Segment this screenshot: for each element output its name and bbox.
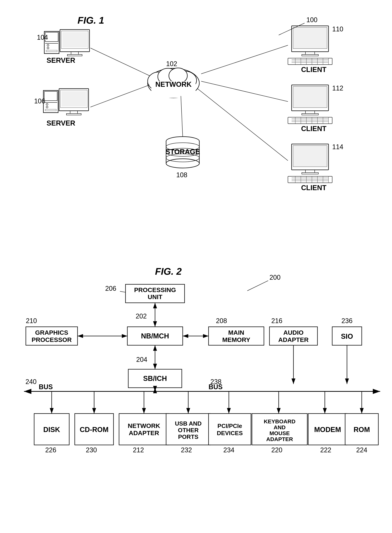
rom-label: ROM xyxy=(354,426,370,434)
svg-point-15 xyxy=(46,106,48,108)
fig2-title: FIG. 2 xyxy=(155,266,182,277)
svg-rect-5 xyxy=(46,50,57,52)
ref-112: 112 xyxy=(332,84,343,92)
ref-102: 102 xyxy=(166,60,177,68)
svg-rect-72 xyxy=(288,176,332,183)
svg-line-85 xyxy=(201,45,288,74)
keyboard-label: KEYBOARD xyxy=(264,418,295,425)
ref-206: 206 xyxy=(105,285,116,292)
ref-104: 104 xyxy=(37,34,48,41)
svg-point-4 xyxy=(47,47,49,49)
svg-rect-42 xyxy=(288,58,332,65)
svg-line-95 xyxy=(120,291,126,292)
svg-text:DEVICES: DEVICES xyxy=(217,430,243,436)
ref-238: 238 xyxy=(210,378,221,385)
client1-label: CLIENT xyxy=(301,66,326,74)
ref-212: 212 xyxy=(133,446,144,454)
ref-106: 106 xyxy=(34,97,45,105)
ref-234: 234 xyxy=(223,446,234,454)
ref-202: 202 xyxy=(136,312,147,320)
svg-rect-55 xyxy=(305,111,315,113)
fig2-container: FIG. 2 200 PROCESSING UNIT 206 xyxy=(15,262,377,533)
fig1-diagram: SERVER 104 SERVER 106 xyxy=(15,11,384,247)
svg-point-33 xyxy=(166,159,199,168)
ref-220: 220 xyxy=(271,446,282,454)
ref-210: 210 xyxy=(26,317,37,325)
svg-rect-57 xyxy=(288,117,332,124)
fig2-diagram: 200 PROCESSING UNIT 206 202 NB/MCH GRAPH… xyxy=(15,262,392,533)
svg-text:NETWORK: NETWORK xyxy=(155,80,192,88)
bus-label-left: BUS xyxy=(39,383,53,391)
fig1-container: FIG. 1 SERVER xyxy=(15,11,377,247)
nb-mch-label: NB/MCH xyxy=(141,332,169,340)
svg-text:ADAPTER: ADAPTER xyxy=(266,436,293,442)
svg-text:ADAPTER: ADAPTER xyxy=(278,336,308,343)
page: FIG. 1 SERVER xyxy=(0,0,392,533)
ref-100: 100 xyxy=(306,16,317,24)
svg-text:UNIT: UNIT xyxy=(148,293,162,300)
svg-text:PROCESSOR: PROCESSOR xyxy=(32,336,72,343)
svg-point-3 xyxy=(47,44,49,46)
client3-label: CLIENT xyxy=(301,184,326,192)
svg-rect-39 xyxy=(293,27,327,49)
svg-rect-40 xyxy=(305,52,315,55)
ref-222: 222 xyxy=(320,446,331,454)
svg-line-86 xyxy=(201,81,288,102)
ref-216: 216 xyxy=(271,317,282,325)
ref-236: 236 xyxy=(341,317,353,325)
ref-204: 204 xyxy=(136,356,147,363)
svg-rect-69 xyxy=(293,145,327,167)
usb-ports-label: USB AND xyxy=(175,420,202,427)
disk-label: DISK xyxy=(43,426,60,434)
svg-line-87 xyxy=(197,89,288,161)
ref-224: 224 xyxy=(356,446,367,454)
svg-rect-19 xyxy=(70,111,78,113)
svg-rect-10 xyxy=(62,32,87,47)
pci-label: PCI/PCIe xyxy=(217,423,242,429)
ref-230: 230 xyxy=(86,446,97,454)
svg-line-84 xyxy=(90,85,149,107)
svg-text:AND: AND xyxy=(274,424,286,430)
ref-240: 240 xyxy=(25,378,37,385)
svg-rect-12 xyxy=(44,91,57,101)
svg-rect-20 xyxy=(66,113,81,115)
svg-text:MEMORY: MEMORY xyxy=(222,336,250,343)
svg-rect-56 xyxy=(302,113,318,115)
svg-text:OTHER: OTHER xyxy=(178,427,199,434)
svg-text:ADAPTER: ADAPTER xyxy=(129,430,159,436)
network-adapter-label: NETWORK xyxy=(128,422,160,429)
ref-108: 108 xyxy=(176,171,187,179)
audio-adapter-label: AUDIO xyxy=(283,329,303,336)
ref-114: 114 xyxy=(332,143,343,151)
ref-226: 226 xyxy=(45,446,56,454)
processing-unit-label: PROCESSING xyxy=(134,286,176,293)
svg-rect-9 xyxy=(67,55,82,56)
svg-rect-8 xyxy=(71,52,79,55)
svg-rect-71 xyxy=(302,173,318,174)
client2-label: CLIENT xyxy=(301,125,326,133)
svg-rect-123 xyxy=(119,414,169,445)
server1-label: SERVER xyxy=(47,56,75,64)
svg-rect-16 xyxy=(45,109,56,111)
server2-label: SERVER xyxy=(47,119,75,127)
svg-text:MOUSE: MOUSE xyxy=(270,430,290,436)
ref-232: 232 xyxy=(181,446,192,454)
graphics-processor-label: GRAPHICS xyxy=(35,329,68,336)
svg-text:STORAGE: STORAGE xyxy=(165,148,200,156)
svg-line-88 xyxy=(181,96,183,137)
cd-rom-label: CD-ROM xyxy=(80,426,108,434)
svg-rect-128 xyxy=(209,414,251,445)
svg-rect-21 xyxy=(61,91,86,107)
modem-label: MODEM xyxy=(314,426,341,434)
ref-208: 208 xyxy=(216,317,227,325)
svg-rect-70 xyxy=(305,170,315,173)
svg-line-92 xyxy=(247,281,268,291)
svg-line-83 xyxy=(90,48,149,76)
sio-label: SIO xyxy=(341,332,353,340)
svg-point-14 xyxy=(46,103,48,105)
svg-rect-41 xyxy=(302,55,318,56)
sb-ich-label: SB/ICH xyxy=(143,375,167,382)
svg-text:PORTS: PORTS xyxy=(178,434,198,440)
ref-110: 110 xyxy=(332,25,343,33)
ref-200: 200 xyxy=(270,274,280,281)
